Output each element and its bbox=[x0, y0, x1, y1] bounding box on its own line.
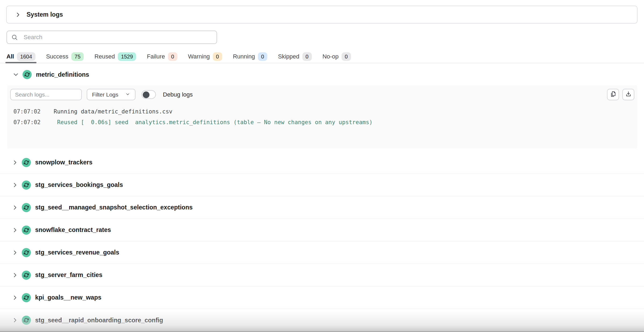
search-input[interactable] bbox=[6, 31, 217, 44]
chevron-right-icon[interactable] bbox=[12, 294, 18, 301]
tab-count-badge: 75 bbox=[71, 52, 84, 61]
chevron-down-icon bbox=[125, 92, 130, 98]
system-logs-accordion[interactable]: System logs bbox=[6, 6, 638, 24]
tab-all[interactable]: All1604 bbox=[6, 50, 35, 63]
chevron-right-icon[interactable] bbox=[12, 204, 18, 211]
run-row[interactable]: snowflake_contract_rates bbox=[0, 219, 644, 241]
run-name: snowplow_trackers bbox=[35, 159, 92, 166]
tab-count-badge: 1529 bbox=[118, 52, 136, 61]
log-timestamp: 07:07:02 bbox=[13, 117, 54, 128]
log-message: Running data/metric_definitions.csv bbox=[54, 106, 173, 117]
reused-status-icon bbox=[22, 226, 31, 235]
run-row[interactable]: kpi_goals__new_waps bbox=[0, 286, 644, 309]
copy-icon bbox=[610, 91, 617, 99]
system-logs-page: System logs All1604Success75Reused1529Fa… bbox=[0, 0, 644, 332]
chevron-right-icon[interactable] bbox=[12, 159, 18, 166]
log-output: 07:07:02Running data/metric_definitions.… bbox=[13, 106, 632, 128]
download-logs-button[interactable] bbox=[622, 89, 634, 100]
chevron-down-icon[interactable] bbox=[13, 71, 19, 78]
run-row[interactable]: stg_services_bookings_goals bbox=[0, 174, 644, 196]
log-line: 07:07:02Running data/metric_definitions.… bbox=[13, 106, 632, 117]
run-name: stg_services_bookings_goals bbox=[35, 181, 123, 189]
tab-label: Reused bbox=[94, 53, 115, 60]
reused-status-icon bbox=[22, 271, 31, 280]
filter-logs-dropdown[interactable]: Filter Logs bbox=[87, 89, 136, 100]
tab-count-badge: 0 bbox=[302, 52, 312, 61]
debug-logs-toggle[interactable] bbox=[141, 90, 156, 99]
filter-logs-label: Filter Logs bbox=[92, 91, 118, 98]
run-row[interactable]: stg_services_revenue_goals bbox=[0, 241, 644, 264]
tab-label: Running bbox=[233, 53, 255, 60]
tab-label: Skipped bbox=[278, 53, 299, 60]
tab-count-badge: 0 bbox=[342, 52, 351, 61]
run-row[interactable]: stg_seed__managed_snapshot_selection_exc… bbox=[0, 196, 644, 219]
tab-no-op[interactable]: No-op0 bbox=[323, 50, 351, 63]
run-row[interactable]: stg_seed__rapid_onboarding_score_config bbox=[0, 309, 644, 331]
chevron-right-icon[interactable] bbox=[15, 12, 21, 18]
chevron-right-icon[interactable] bbox=[12, 249, 18, 256]
tab-warning[interactable]: Warning0 bbox=[188, 50, 222, 63]
log-line: 07:07:02 Reused [ 0.06s] seed analytics.… bbox=[13, 117, 632, 128]
tab-label: Success bbox=[46, 53, 68, 60]
log-timestamp: 07:07:02 bbox=[13, 106, 54, 117]
reused-status-icon bbox=[22, 293, 31, 302]
reused-status-icon bbox=[23, 70, 32, 79]
tab-count-badge: 0 bbox=[258, 52, 267, 61]
copy-logs-button[interactable] bbox=[607, 89, 619, 100]
run-row[interactable]: snowplow_trackers bbox=[0, 151, 644, 174]
tab-count-badge: 0 bbox=[168, 52, 177, 61]
tab-label: No-op bbox=[323, 53, 339, 60]
tab-reused[interactable]: Reused1529 bbox=[94, 50, 136, 63]
log-message: Reused [ 0.06s] seed analytics.metric_de… bbox=[54, 117, 372, 128]
system-logs-title: System logs bbox=[27, 11, 63, 18]
tab-count-badge: 1604 bbox=[17, 52, 35, 61]
tab-label: Failure bbox=[147, 53, 165, 60]
reused-status-icon bbox=[22, 316, 31, 325]
chevron-right-icon[interactable] bbox=[12, 182, 18, 188]
download-icon bbox=[625, 91, 632, 99]
tab-label: All bbox=[6, 53, 14, 60]
log-toolbar: Filter Logs Debug logs bbox=[10, 89, 634, 100]
run-list: snowplow_trackers stg_services_bookings_… bbox=[0, 151, 644, 331]
chevron-right-icon[interactable] bbox=[12, 317, 18, 323]
tab-count-badge: 0 bbox=[213, 52, 222, 61]
tab-failure[interactable]: Failure0 bbox=[147, 50, 177, 63]
run-name: stg_services_revenue_goals bbox=[35, 249, 119, 256]
expanded-run-header[interactable]: metric_definitions bbox=[6, 68, 89, 82]
reused-status-icon bbox=[22, 248, 31, 257]
run-name: snowflake_contract_rates bbox=[35, 226, 111, 234]
run-name: kpi_goals__new_waps bbox=[35, 294, 101, 301]
log-panel: Filter Logs Debug logs bbox=[7, 85, 637, 149]
reused-status-icon bbox=[22, 203, 31, 212]
run-name: stg_seed__rapid_onboarding_score_config bbox=[35, 317, 163, 324]
log-search-input[interactable] bbox=[10, 89, 82, 100]
search-icon bbox=[11, 34, 18, 42]
chevron-right-icon[interactable] bbox=[12, 272, 18, 278]
search-field-wrap bbox=[6, 31, 217, 44]
reused-status-icon bbox=[22, 158, 31, 167]
tab-label: Warning bbox=[188, 53, 210, 60]
status-tabs: All1604Success75Reused1529Failure0Warnin… bbox=[0, 50, 644, 63]
reused-status-icon bbox=[22, 180, 31, 190]
toggle-knob bbox=[143, 91, 149, 98]
debug-logs-label: Debug logs bbox=[163, 91, 193, 98]
run-name: stg_server_farm_cities bbox=[35, 271, 103, 279]
run-name: stg_seed__managed_snapshot_selection_exc… bbox=[35, 204, 193, 211]
tab-success[interactable]: Success75 bbox=[46, 50, 84, 63]
tab-skipped[interactable]: Skipped0 bbox=[278, 50, 312, 63]
expanded-run-name: metric_definitions bbox=[36, 71, 89, 78]
chevron-right-icon[interactable] bbox=[12, 227, 18, 233]
tab-running[interactable]: Running0 bbox=[233, 50, 267, 63]
run-row[interactable]: stg_server_farm_cities bbox=[0, 264, 644, 286]
